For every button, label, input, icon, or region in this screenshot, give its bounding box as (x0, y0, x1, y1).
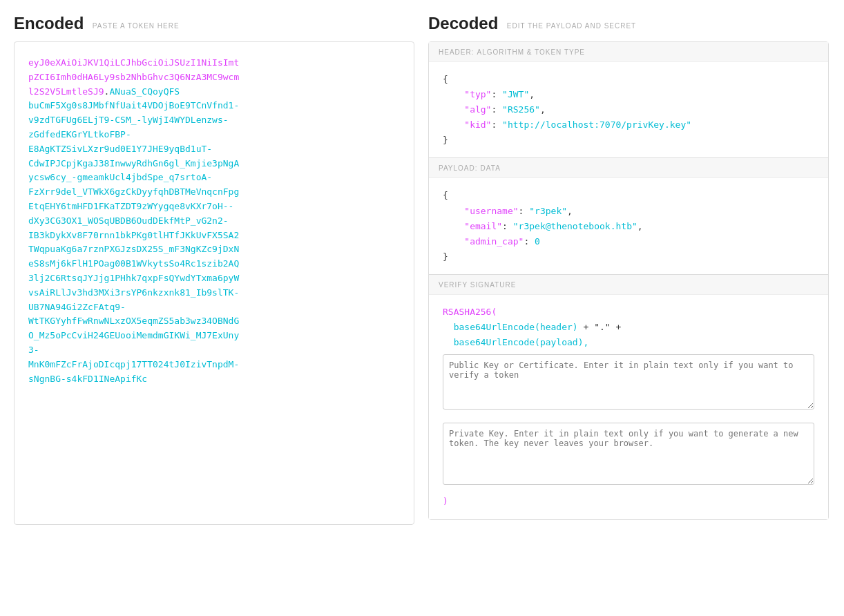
main-layout: Encoded PASTE A TOKEN HERE eyJ0eXAiOiJKV… (14, 14, 830, 525)
verify-fn: RSASHA256( (443, 307, 497, 317)
verify-param2: base64UrlEncode(payload), (454, 337, 589, 347)
header-block: HEADER: ALGORITHM & TOKEN TYPE { "typ": … (429, 42, 828, 158)
token-part2: ANuaS_CQoyQFSbuCmF5Xg0s8JMbfNfUait4VDOjB… (28, 86, 239, 384)
private-key-textarea[interactable] (443, 423, 814, 485)
decoded-title: Decoded (428, 14, 498, 33)
encoded-title: Encoded (14, 14, 84, 33)
decoded-section: HEADER: ALGORITHM & TOKEN TYPE { "typ": … (428, 41, 829, 520)
encoded-header: Encoded PASTE A TOKEN HERE (14, 14, 414, 33)
verify-section: RSASHA256( base64UrlEncode(header) + "."… (429, 295, 828, 519)
encoded-box[interactable]: eyJ0eXAiOiJKV1QiLCJhbGciOiJSUzI1NiIsImtp… (14, 41, 414, 525)
header-block-content: { "typ": "JWT", "alg": "RS256", "kid": "… (429, 62, 828, 157)
verify-plus1: + "." + (578, 322, 622, 332)
verify-param1: base64UrlEncode(header) (454, 322, 578, 332)
left-panel: Encoded PASTE A TOKEN HERE eyJ0eXAiOiJKV… (14, 14, 414, 525)
decoded-subtitle: EDIT THE PAYLOAD AND SECRET (507, 22, 636, 30)
payload-block-label: PAYLOAD: DATA (429, 158, 828, 178)
verify-close: ) (443, 496, 448, 506)
encoded-subtitle: PASTE A TOKEN HERE (93, 22, 180, 30)
payload-block: PAYLOAD: DATA { "username": "r3pek", "em… (429, 158, 828, 274)
decoded-header: Decoded EDIT THE PAYLOAD AND SECRET (428, 14, 829, 33)
right-panel: Decoded EDIT THE PAYLOAD AND SECRET HEAD… (428, 14, 829, 525)
public-key-textarea[interactable] (443, 354, 814, 410)
verify-block: VERIFY SIGNATURE RSASHA256( base64UrlEnc… (429, 275, 828, 519)
payload-block-content: { "username": "r3pek", "email": "r3pek@t… (429, 178, 828, 273)
header-block-label: HEADER: ALGORITHM & TOKEN TYPE (429, 42, 828, 62)
verify-block-label: VERIFY SIGNATURE (429, 275, 828, 295)
